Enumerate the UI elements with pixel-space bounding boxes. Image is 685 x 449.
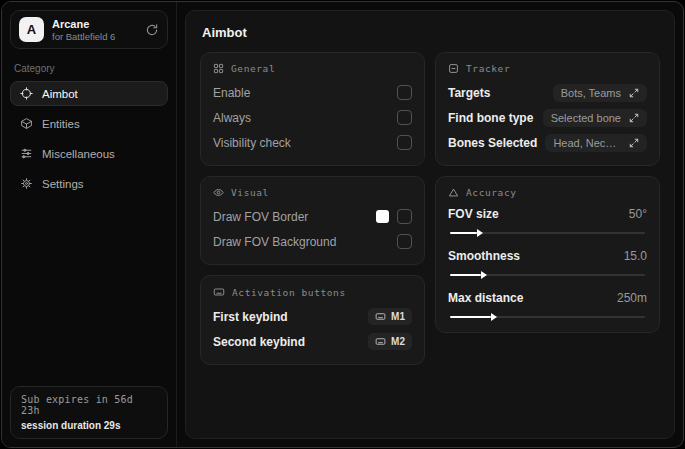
- keybind-value: M2: [391, 336, 405, 347]
- setting-row: Always: [213, 105, 412, 130]
- expand-icon: [629, 138, 639, 148]
- max-distance-slider[interactable]: [450, 316, 645, 318]
- sub-expires-text: Sub expires in 56d 23h: [21, 394, 157, 416]
- tracker-card-title: Tracker: [466, 63, 510, 74]
- left-column: General Enable Always Visibility check: [200, 52, 425, 375]
- sidebar: A Arcane for Battlefield 6 Category Aimb…: [2, 2, 177, 447]
- max-distance-group: Max distance 250m: [448, 288, 647, 318]
- app-header-card: A Arcane for Battlefield 6: [10, 10, 168, 49]
- app-logo: A: [19, 17, 44, 42]
- second-keybind-button[interactable]: M2: [368, 333, 412, 350]
- setting-row: Find bone type Selected bone: [448, 105, 647, 130]
- triangle-icon: [448, 187, 459, 198]
- keyboard-icon: [375, 311, 386, 322]
- slider-fill: [450, 232, 477, 234]
- sidebar-item-entities[interactable]: Entities: [10, 111, 168, 136]
- app-window: A Arcane for Battlefield 6 Category Aimb…: [1, 1, 684, 448]
- smoothness-group: Smoothness 15.0: [448, 246, 647, 276]
- setting-label: First keybind: [213, 310, 288, 324]
- expand-icon: [629, 88, 639, 98]
- visual-card: Visual Draw FOV Border Draw FOV Backgrou…: [200, 176, 425, 265]
- fov-size-value: 50°: [629, 207, 647, 221]
- general-card: General Enable Always Visibility check: [200, 52, 425, 166]
- setting-label: Enable: [213, 86, 250, 100]
- dropdown-value: Head, Neck, Body, Pe..: [553, 137, 621, 149]
- category-label: Category: [14, 63, 164, 74]
- accuracy-card-header: Accuracy: [448, 187, 647, 198]
- targets-dropdown[interactable]: Bots, Teams: [553, 84, 647, 102]
- crosshair-icon: [20, 87, 33, 100]
- sliders-icon: [20, 147, 33, 160]
- visibility-check-checkbox[interactable]: [397, 135, 412, 150]
- grid-icon: [213, 63, 224, 74]
- find-bone-type-dropdown[interactable]: Selected bone: [543, 109, 647, 127]
- setting-label: FOV size: [448, 207, 499, 221]
- accuracy-card-title: Accuracy: [466, 187, 517, 198]
- right-column: Tracker Targets Bots, Teams Find bone ty…: [435, 52, 660, 375]
- always-checkbox[interactable]: [397, 110, 412, 125]
- slider-fill: [450, 316, 491, 318]
- sidebar-item-label: Entities: [42, 118, 80, 130]
- activation-card-title: Activation buttons: [232, 287, 346, 298]
- gear-icon: [20, 177, 33, 190]
- keyboard-icon: [213, 286, 225, 298]
- draw-fov-background-checkbox[interactable]: [397, 234, 412, 249]
- setting-label: Second keybind: [213, 335, 305, 349]
- sidebar-item-label: Settings: [42, 178, 84, 190]
- setting-label: Always: [213, 111, 251, 125]
- setting-label: Smoothness: [448, 249, 520, 263]
- setting-label: Find bone type: [448, 111, 533, 125]
- general-card-title: General: [231, 63, 275, 74]
- app-name: Arcane: [52, 18, 137, 30]
- setting-label: Draw FOV Background: [213, 235, 336, 249]
- accuracy-card: Accuracy FOV size 50° Smoothness: [435, 176, 660, 333]
- page-title: Aimbot: [202, 25, 658, 40]
- general-card-header: General: [213, 63, 412, 74]
- setting-row: Enable: [213, 80, 412, 105]
- first-keybind-button[interactable]: M1: [368, 308, 412, 325]
- keybind-value: M1: [391, 311, 405, 322]
- setting-row: Targets Bots, Teams: [448, 80, 647, 105]
- setting-label: Draw FOV Border: [213, 210, 308, 224]
- setting-row: Draw FOV Border: [213, 204, 412, 229]
- tracker-card-header: Tracker: [448, 63, 647, 74]
- setting-label: Bones Selected: [448, 136, 537, 150]
- setting-row: Draw FOV Background: [213, 229, 412, 254]
- session-duration-text: session duration 29s: [21, 420, 157, 431]
- setting-row: Second keybind M2: [213, 329, 412, 354]
- main-panel: Aimbot General Enable Alw: [185, 10, 675, 439]
- smoothness-value: 15.0: [624, 249, 647, 263]
- fov-border-color-swatch[interactable]: [376, 210, 389, 223]
- entities-icon: [20, 117, 33, 130]
- smoothness-slider[interactable]: [450, 274, 645, 276]
- fov-size-group: FOV size 50°: [448, 204, 647, 234]
- subscription-card: Sub expires in 56d 23h session duration …: [10, 386, 168, 439]
- keyboard-icon: [375, 336, 386, 347]
- setting-label: Targets: [448, 86, 490, 100]
- dropdown-value: Bots, Teams: [561, 87, 621, 99]
- tracker-card: Tracker Targets Bots, Teams Find bone ty…: [435, 52, 660, 166]
- app-meta: Arcane for Battlefield 6: [52, 18, 137, 42]
- setting-label: Max distance: [448, 291, 523, 305]
- bones-selected-dropdown[interactable]: Head, Neck, Body, Pe..: [545, 134, 647, 152]
- setting-label: Visibility check: [213, 136, 291, 150]
- enable-checkbox[interactable]: [397, 85, 412, 100]
- setting-row: First keybind M1: [213, 304, 412, 329]
- visual-card-header: Visual: [213, 187, 412, 198]
- sidebar-item-aimbot[interactable]: Aimbot: [10, 81, 168, 106]
- eye-icon: [213, 187, 224, 198]
- visual-card-title: Visual: [231, 187, 269, 198]
- refresh-icon[interactable]: [145, 23, 159, 37]
- square-minus-icon: [448, 63, 459, 74]
- sidebar-item-label: Miscellaneous: [42, 148, 115, 160]
- activation-card-header: Activation buttons: [213, 286, 412, 298]
- expand-icon: [629, 113, 639, 123]
- sidebar-item-miscellaneous[interactable]: Miscellaneous: [10, 141, 168, 166]
- max-distance-value: 250m: [617, 291, 647, 305]
- fov-size-slider[interactable]: [450, 232, 645, 234]
- sidebar-item-settings[interactable]: Settings: [10, 171, 168, 196]
- setting-row: Bones Selected Head, Neck, Body, Pe..: [448, 130, 647, 155]
- slider-fill: [450, 274, 481, 276]
- dropdown-value: Selected bone: [551, 112, 621, 124]
- draw-fov-border-checkbox[interactable]: [397, 209, 412, 224]
